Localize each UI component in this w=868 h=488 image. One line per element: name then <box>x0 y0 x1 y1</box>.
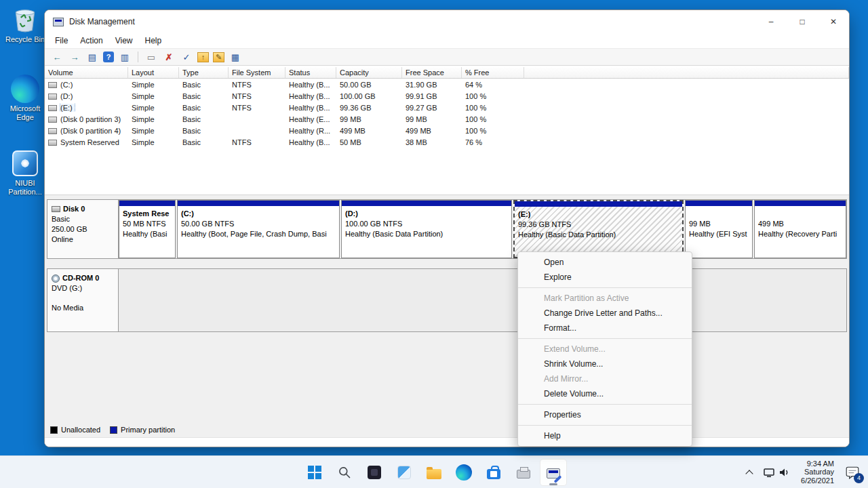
volume-row-c[interactable]: (C:) Simple Basic NTFS Healthy (B... 50.… <box>45 79 849 90</box>
disk-management-app-icon <box>53 18 64 26</box>
minimize-button[interactable]: – <box>755 10 787 33</box>
disk-management-taskbar-button[interactable] <box>540 459 567 486</box>
edge-icon <box>456 464 472 481</box>
column-header-capacity[interactable]: Capacity <box>336 67 402 78</box>
dialog-icon[interactable]: ▭ <box>144 51 158 63</box>
column-header-volume[interactable]: Volume <box>45 67 128 78</box>
volume-icon <box>48 140 57 146</box>
edge-button[interactable] <box>450 459 477 486</box>
menu-item-delete-volume[interactable]: Delete Volume... <box>518 386 692 401</box>
network-icon <box>763 466 775 479</box>
taskbar-clock[interactable]: 9:34 AM Saturday 6/26/2021 <box>797 459 838 486</box>
primary-partition-color-bar <box>686 201 752 206</box>
menu-item-help[interactable]: Help <box>518 428 692 443</box>
close-button[interactable]: ✕ <box>818 10 849 33</box>
store-icon <box>487 469 500 479</box>
tray-overflow-button[interactable] <box>743 459 756 486</box>
column-header-pct-free[interactable]: % Free <box>462 67 524 78</box>
volume-row-d[interactable]: (D:) Simple Basic NTFS Healthy (B... 100… <box>45 90 849 102</box>
primary-partition-color-bar <box>755 201 846 206</box>
mark-active-icon[interactable]: ✓ <box>180 51 193 63</box>
widgets-button[interactable] <box>391 459 418 486</box>
disk0-size: 250.00 GB <box>52 224 115 235</box>
disk0-label[interactable]: Disk 0 Basic 250.00 GB Online <box>47 200 119 258</box>
primary-partition-swatch <box>110 426 117 434</box>
forward-icon[interactable]: → <box>68 51 81 63</box>
network-volume-button[interactable] <box>759 459 794 486</box>
notification-center-button[interactable]: 4 <box>841 459 864 486</box>
menu-item-shrink-volume[interactable]: Shrink Volume... <box>518 357 692 371</box>
menu-separator <box>518 425 692 426</box>
back-icon[interactable]: ← <box>50 51 64 63</box>
edit-volume-icon[interactable]: ✎ <box>213 52 224 62</box>
window-list-icon[interactable]: ▥ <box>118 51 132 63</box>
volume-icon <box>48 82 57 88</box>
maximize-button[interactable]: □ <box>787 10 818 33</box>
menu-file[interactable]: File <box>49 34 74 47</box>
printer-tool-button[interactable] <box>510 459 537 486</box>
partition-d[interactable]: (D:) 100.00 GB NTFS Healthy (Basic Data … <box>341 200 512 258</box>
cdrom0-empty-area[interactable] <box>119 269 846 331</box>
volume-row-partition3[interactable]: (Disk 0 partition 3) Simple Basic Health… <box>45 113 849 125</box>
volume-name: (D:) <box>60 92 73 100</box>
partition-recovery[interactable]: 499 MB Healthy (Recovery Parti <box>754 200 846 258</box>
primary-partition-color-bar <box>178 201 339 206</box>
partition-efi[interactable]: 99 MB Healthy (EFI Syst <box>685 200 753 258</box>
volume-name: (C:) <box>60 81 73 89</box>
volume-list-header: Volume Layout Type File System Status Ca… <box>45 67 849 79</box>
cdrom0-label[interactable]: CD-ROM 0 DVD (G:) No Media <box>47 269 119 331</box>
volume-name: System Reserved <box>60 138 119 146</box>
menu-action[interactable]: Action <box>74 34 108 47</box>
volume-row-partition4[interactable]: (Disk 0 partition 4) Simple Basic Health… <box>45 125 849 136</box>
menu-item-mark-partition-active: Mark Partition as Active <box>518 291 692 306</box>
legend: Unallocated Primary partition <box>50 426 175 434</box>
disk0-row: Disk 0 Basic 250.00 GB Online System Res… <box>47 199 847 259</box>
desktop-icon-recycle-bin[interactable]: Recycle Bin <box>3 5 47 44</box>
file-explorer-button[interactable] <box>420 459 448 486</box>
search-button[interactable] <box>331 459 358 486</box>
partition-system-reserved[interactable]: System Rese 50 MB NTFS Healthy (Basi <box>119 200 176 258</box>
titlebar[interactable]: Disk Management – □ ✕ <box>45 10 849 33</box>
menu-item-format[interactable]: Format... <box>518 321 692 336</box>
help-icon[interactable]: ? <box>103 52 114 62</box>
menu-item-explore[interactable]: Explore <box>518 270 692 285</box>
volume-row-e[interactable]: (E:) Simple Basic NTFS Healthy (B... 99.… <box>45 102 849 113</box>
new-volume-icon[interactable]: ↑ <box>197 52 209 62</box>
menu-help[interactable]: Help <box>139 34 168 47</box>
task-view-button[interactable] <box>361 459 388 486</box>
chevron-up-icon <box>745 470 753 477</box>
partition-e-selected[interactable]: (E:) 99.36 GB NTFS Healthy (Basic Data P… <box>513 200 684 258</box>
partition-c[interactable]: (C:) 50.00 GB NTFS Healthy (Boot, Page F… <box>177 200 340 258</box>
volume-name: (Disk 0 partition 4) <box>60 127 121 135</box>
notification-badge: 4 <box>854 473 864 483</box>
column-header-layout[interactable]: Layout <box>128 67 179 78</box>
delete-volume-icon[interactable]: ✗ <box>162 51 176 63</box>
desktop-icon-label: NIUBI Partition... <box>3 179 47 197</box>
column-header-file-system[interactable]: File System <box>229 67 285 78</box>
start-button[interactable] <box>301 459 328 486</box>
volume-name: (Disk 0 partition 3) <box>60 115 121 123</box>
views-icon[interactable]: ▦ <box>229 51 242 63</box>
desktop-icon-label: Microsoft Edge <box>3 104 47 122</box>
desktop-icon-microsoft-edge[interactable]: Microsoft Edge <box>3 75 47 122</box>
volume-icon <box>48 94 57 100</box>
menu-item-change-drive-letter[interactable]: Change Drive Letter and Paths... <box>518 306 692 321</box>
taskbar: 9:34 AM Saturday 6/26/2021 4 <box>0 455 868 488</box>
primary-partition-color-bar <box>119 201 175 206</box>
disk0-name: Disk 0 <box>63 204 85 214</box>
task-view-icon <box>368 466 381 479</box>
microsoft-store-button[interactable] <box>480 459 507 486</box>
menu-item-properties[interactable]: Properties <box>518 407 692 422</box>
console-tree-icon[interactable]: ▤ <box>85 51 99 63</box>
volume-list: Volume Layout Type File System Status Ca… <box>45 67 849 195</box>
taskbar-center-icons <box>301 456 567 488</box>
disk0-kind: Basic <box>52 214 115 224</box>
column-header-status[interactable]: Status <box>285 67 336 78</box>
menu-view[interactable]: View <box>109 34 139 47</box>
desktop-icon-niubi-partition[interactable]: NIUBI Partition... <box>3 149 47 197</box>
volume-row-system-reserved[interactable]: System Reserved Simple Basic NTFS Health… <box>45 136 849 148</box>
primary-partition-color-bar <box>515 201 682 207</box>
column-header-free-space[interactable]: Free Space <box>402 67 462 78</box>
column-header-type[interactable]: Type <box>179 67 229 78</box>
menu-item-open[interactable]: Open <box>518 255 692 270</box>
